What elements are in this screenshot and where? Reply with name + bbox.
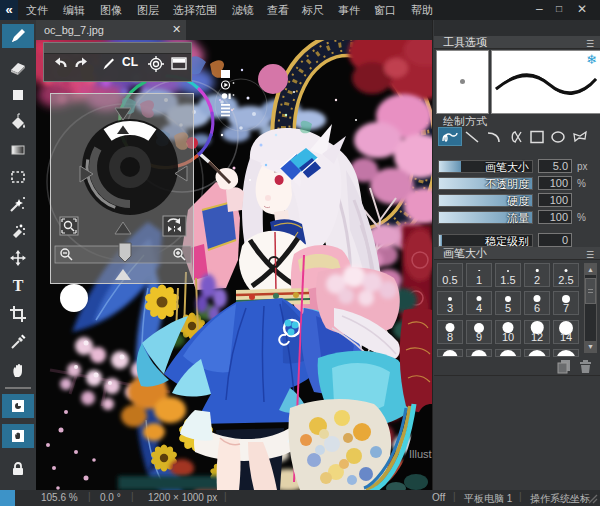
svg-text:Illust: Illust [409,448,432,460]
